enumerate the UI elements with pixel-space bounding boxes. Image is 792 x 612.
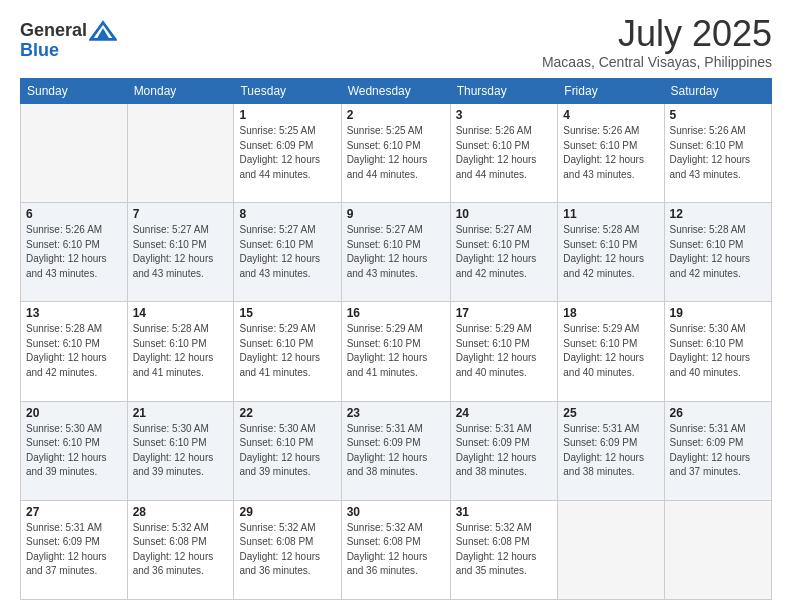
table-row: 23Sunrise: 5:31 AMSunset: 6:09 PMDayligh… [341, 401, 450, 500]
table-row: 15Sunrise: 5:29 AMSunset: 6:10 PMDayligh… [234, 302, 341, 401]
day-number: 28 [133, 505, 229, 519]
day-info: Sunrise: 5:27 AMSunset: 6:10 PMDaylight:… [239, 223, 335, 281]
col-wednesday: Wednesday [341, 79, 450, 104]
table-row [127, 104, 234, 203]
day-number: 20 [26, 406, 122, 420]
table-row [664, 500, 771, 599]
col-saturday: Saturday [664, 79, 771, 104]
day-number: 7 [133, 207, 229, 221]
day-number: 19 [670, 306, 766, 320]
day-info: Sunrise: 5:32 AMSunset: 6:08 PMDaylight:… [347, 521, 445, 579]
table-row: 14Sunrise: 5:28 AMSunset: 6:10 PMDayligh… [127, 302, 234, 401]
col-tuesday: Tuesday [234, 79, 341, 104]
table-row: 27Sunrise: 5:31 AMSunset: 6:09 PMDayligh… [21, 500, 128, 599]
day-info: Sunrise: 5:28 AMSunset: 6:10 PMDaylight:… [563, 223, 658, 281]
day-number: 26 [670, 406, 766, 420]
day-info: Sunrise: 5:29 AMSunset: 6:10 PMDaylight:… [456, 322, 553, 380]
day-info: Sunrise: 5:31 AMSunset: 6:09 PMDaylight:… [26, 521, 122, 579]
day-number: 17 [456, 306, 553, 320]
day-number: 12 [670, 207, 766, 221]
col-friday: Friday [558, 79, 664, 104]
calendar-week-row: 1Sunrise: 5:25 AMSunset: 6:09 PMDaylight… [21, 104, 772, 203]
day-number: 3 [456, 108, 553, 122]
table-row: 20Sunrise: 5:30 AMSunset: 6:10 PMDayligh… [21, 401, 128, 500]
table-row: 25Sunrise: 5:31 AMSunset: 6:09 PMDayligh… [558, 401, 664, 500]
table-row: 18Sunrise: 5:29 AMSunset: 6:10 PMDayligh… [558, 302, 664, 401]
day-number: 27 [26, 505, 122, 519]
day-number: 8 [239, 207, 335, 221]
day-info: Sunrise: 5:31 AMSunset: 6:09 PMDaylight:… [670, 422, 766, 480]
table-row: 16Sunrise: 5:29 AMSunset: 6:10 PMDayligh… [341, 302, 450, 401]
table-row: 12Sunrise: 5:28 AMSunset: 6:10 PMDayligh… [664, 203, 771, 302]
table-row: 13Sunrise: 5:28 AMSunset: 6:10 PMDayligh… [21, 302, 128, 401]
day-number: 5 [670, 108, 766, 122]
title-block: July 2025 Macaas, Central Visayas, Phili… [542, 16, 772, 70]
table-row: 24Sunrise: 5:31 AMSunset: 6:09 PMDayligh… [450, 401, 558, 500]
day-info: Sunrise: 5:27 AMSunset: 6:10 PMDaylight:… [456, 223, 553, 281]
calendar-header-row: Sunday Monday Tuesday Wednesday Thursday… [21, 79, 772, 104]
day-info: Sunrise: 5:26 AMSunset: 6:10 PMDaylight:… [670, 124, 766, 182]
day-number: 14 [133, 306, 229, 320]
header: General Blue July 2025 Macaas, Central V… [20, 16, 772, 70]
day-number: 11 [563, 207, 658, 221]
day-number: 29 [239, 505, 335, 519]
day-number: 23 [347, 406, 445, 420]
table-row: 1Sunrise: 5:25 AMSunset: 6:09 PMDaylight… [234, 104, 341, 203]
day-number: 1 [239, 108, 335, 122]
calendar-week-row: 27Sunrise: 5:31 AMSunset: 6:09 PMDayligh… [21, 500, 772, 599]
day-info: Sunrise: 5:32 AMSunset: 6:08 PMDaylight:… [239, 521, 335, 579]
day-number: 21 [133, 406, 229, 420]
day-info: Sunrise: 5:26 AMSunset: 6:10 PMDaylight:… [456, 124, 553, 182]
day-number: 30 [347, 505, 445, 519]
col-thursday: Thursday [450, 79, 558, 104]
table-row: 4Sunrise: 5:26 AMSunset: 6:10 PMDaylight… [558, 104, 664, 203]
day-info: Sunrise: 5:30 AMSunset: 6:10 PMDaylight:… [26, 422, 122, 480]
day-number: 2 [347, 108, 445, 122]
day-number: 18 [563, 306, 658, 320]
location: Macaas, Central Visayas, Philippines [542, 54, 772, 70]
calendar-week-row: 13Sunrise: 5:28 AMSunset: 6:10 PMDayligh… [21, 302, 772, 401]
day-info: Sunrise: 5:29 AMSunset: 6:10 PMDaylight:… [239, 322, 335, 380]
day-number: 24 [456, 406, 553, 420]
calendar-week-row: 6Sunrise: 5:26 AMSunset: 6:10 PMDaylight… [21, 203, 772, 302]
logo-general: General [20, 20, 87, 41]
day-info: Sunrise: 5:30 AMSunset: 6:10 PMDaylight:… [670, 322, 766, 380]
table-row [21, 104, 128, 203]
table-row: 6Sunrise: 5:26 AMSunset: 6:10 PMDaylight… [21, 203, 128, 302]
day-number: 4 [563, 108, 658, 122]
day-info: Sunrise: 5:29 AMSunset: 6:10 PMDaylight:… [347, 322, 445, 380]
day-number: 25 [563, 406, 658, 420]
day-number: 10 [456, 207, 553, 221]
day-number: 9 [347, 207, 445, 221]
table-row: 17Sunrise: 5:29 AMSunset: 6:10 PMDayligh… [450, 302, 558, 401]
table-row [558, 500, 664, 599]
day-info: Sunrise: 5:28 AMSunset: 6:10 PMDaylight:… [133, 322, 229, 380]
table-row: 8Sunrise: 5:27 AMSunset: 6:10 PMDaylight… [234, 203, 341, 302]
day-number: 6 [26, 207, 122, 221]
day-info: Sunrise: 5:30 AMSunset: 6:10 PMDaylight:… [239, 422, 335, 480]
table-row: 3Sunrise: 5:26 AMSunset: 6:10 PMDaylight… [450, 104, 558, 203]
table-row: 9Sunrise: 5:27 AMSunset: 6:10 PMDaylight… [341, 203, 450, 302]
day-info: Sunrise: 5:28 AMSunset: 6:10 PMDaylight:… [26, 322, 122, 380]
day-info: Sunrise: 5:31 AMSunset: 6:09 PMDaylight:… [563, 422, 658, 480]
day-info: Sunrise: 5:27 AMSunset: 6:10 PMDaylight:… [133, 223, 229, 281]
table-row: 5Sunrise: 5:26 AMSunset: 6:10 PMDaylight… [664, 104, 771, 203]
day-info: Sunrise: 5:25 AMSunset: 6:10 PMDaylight:… [347, 124, 445, 182]
day-info: Sunrise: 5:25 AMSunset: 6:09 PMDaylight:… [239, 124, 335, 182]
table-row: 10Sunrise: 5:27 AMSunset: 6:10 PMDayligh… [450, 203, 558, 302]
day-info: Sunrise: 5:26 AMSunset: 6:10 PMDaylight:… [563, 124, 658, 182]
day-info: Sunrise: 5:31 AMSunset: 6:09 PMDaylight:… [347, 422, 445, 480]
day-info: Sunrise: 5:26 AMSunset: 6:10 PMDaylight:… [26, 223, 122, 281]
day-info: Sunrise: 5:27 AMSunset: 6:10 PMDaylight:… [347, 223, 445, 281]
logo: General Blue [20, 16, 117, 61]
calendar-week-row: 20Sunrise: 5:30 AMSunset: 6:10 PMDayligh… [21, 401, 772, 500]
table-row: 30Sunrise: 5:32 AMSunset: 6:08 PMDayligh… [341, 500, 450, 599]
day-number: 15 [239, 306, 335, 320]
table-row: 29Sunrise: 5:32 AMSunset: 6:08 PMDayligh… [234, 500, 341, 599]
day-info: Sunrise: 5:32 AMSunset: 6:08 PMDaylight:… [456, 521, 553, 579]
calendar-table: Sunday Monday Tuesday Wednesday Thursday… [20, 78, 772, 600]
table-row: 21Sunrise: 5:30 AMSunset: 6:10 PMDayligh… [127, 401, 234, 500]
day-info: Sunrise: 5:30 AMSunset: 6:10 PMDaylight:… [133, 422, 229, 480]
col-sunday: Sunday [21, 79, 128, 104]
day-info: Sunrise: 5:28 AMSunset: 6:10 PMDaylight:… [670, 223, 766, 281]
